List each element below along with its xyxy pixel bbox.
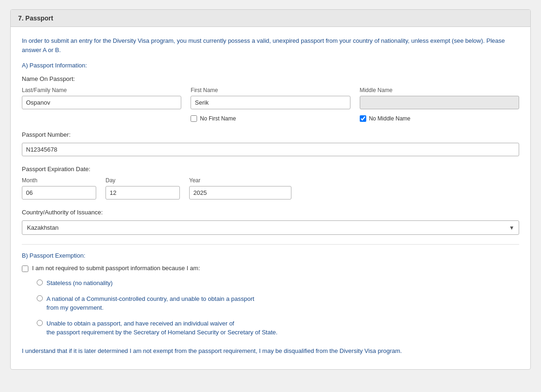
- radio-waiver[interactable]: [37, 320, 43, 326]
- no-name-checkboxes-row: No First Name No Middle Name: [22, 112, 519, 122]
- passport-number-label: Passport Number:: [22, 131, 519, 138]
- year-col: Year: [189, 177, 291, 199]
- day-input[interactable]: [106, 186, 180, 199]
- radio-communist-label[interactable]: A national of a Communist-controlled cou…: [46, 294, 254, 312]
- no-first-name-checkbox-row: No First Name: [191, 115, 350, 122]
- spacer-last: [22, 112, 181, 122]
- radio-stateless[interactable]: [37, 279, 43, 286]
- section-a-label: A) Passport Information:: [22, 62, 519, 69]
- section-divider: [22, 244, 519, 245]
- month-input[interactable]: [22, 186, 96, 199]
- no-first-name-col: No First Name: [191, 112, 350, 122]
- day-col: Day: [106, 177, 180, 199]
- passport-number-section: Passport Number:: [22, 131, 519, 156]
- day-label: Day: [106, 177, 180, 184]
- expiry-section: Passport Expiration Date: Month Day Year: [22, 166, 519, 199]
- first-name-input[interactable]: [191, 96, 350, 109]
- radio-communist[interactable]: [37, 295, 43, 301]
- section-title: 7. Passport: [18, 14, 53, 22]
- first-name-col: First Name: [191, 87, 350, 109]
- middle-name-input[interactable]: [360, 96, 519, 109]
- exemption-checkbox[interactable]: [22, 266, 28, 272]
- radio-option-stateless: Stateless (no nationality): [37, 279, 519, 288]
- radio-communist-line1: A national of a Communist-controlled cou…: [46, 295, 254, 302]
- card-body: In order to submit an entry for the Dive…: [11, 27, 530, 369]
- section-header: 7. Passport: [11, 10, 530, 27]
- radio-waiver-line1: Unable to obtain a passport, and have re…: [46, 320, 234, 327]
- no-first-name-checkbox[interactable]: [191, 115, 197, 122]
- passport-number-input[interactable]: [22, 143, 519, 156]
- year-label: Year: [189, 177, 291, 184]
- first-name-label: First Name: [191, 87, 350, 93]
- no-middle-name-checkbox-row: No Middle Name: [360, 115, 519, 122]
- passport-section-card: 7. Passport In order to submit an entry …: [10, 9, 531, 370]
- year-input[interactable]: [189, 186, 291, 199]
- radio-waiver-line2: the passport requirement by the Secretar…: [46, 329, 277, 336]
- footer-note: I understand that if it is later determi…: [22, 346, 519, 356]
- exemption-main-checkbox-row: I am not required to submit passport inf…: [22, 265, 519, 272]
- month-label: Month: [22, 177, 96, 184]
- name-on-passport-label: Name On Passport:: [22, 75, 519, 82]
- radio-stateless-label[interactable]: Stateless (no nationality): [46, 279, 112, 288]
- intro-text: In order to submit an entry for the Dive…: [22, 36, 519, 54]
- section-b-label: B) Passport Exemption:: [22, 252, 519, 259]
- date-row: Month Day Year: [22, 177, 519, 199]
- month-col: Month: [22, 177, 96, 199]
- no-first-name-checkbox-label[interactable]: No First Name: [200, 115, 236, 122]
- name-fields-row: Last/Family Name First Name Middle Name: [22, 87, 519, 109]
- radio-communist-line2: from my government.: [46, 304, 104, 311]
- no-middle-name-checkbox-label[interactable]: No Middle Name: [369, 115, 410, 122]
- radio-options-group: Stateless (no nationality) A national of…: [37, 279, 519, 337]
- last-name-input[interactable]: [22, 96, 181, 109]
- exemption-section: B) Passport Exemption: I am not required…: [22, 252, 519, 337]
- country-select-wrapper: Kazakhstan Russia USA ▼: [22, 220, 519, 235]
- radio-option-communist: A national of a Communist-controlled cou…: [37, 294, 519, 312]
- middle-name-col: Middle Name: [360, 87, 519, 109]
- expiry-label: Passport Expiration Date:: [22, 166, 519, 173]
- country-section: Country/Authority of Issuance: Kazakhsta…: [22, 209, 519, 235]
- no-middle-name-col: No Middle Name: [360, 112, 519, 122]
- radio-option-waiver: Unable to obtain a passport, and have re…: [37, 319, 519, 337]
- radio-waiver-label[interactable]: Unable to obtain a passport, and have re…: [46, 319, 277, 337]
- exemption-checkbox-label[interactable]: I am not required to submit passport inf…: [32, 265, 200, 272]
- last-name-col: Last/Family Name: [22, 87, 181, 109]
- no-middle-name-checkbox[interactable]: [360, 115, 366, 122]
- last-name-label: Last/Family Name: [22, 87, 181, 93]
- country-label: Country/Authority of Issuance:: [22, 209, 519, 216]
- middle-name-label: Middle Name: [360, 87, 519, 93]
- country-select[interactable]: Kazakhstan Russia USA: [22, 220, 519, 235]
